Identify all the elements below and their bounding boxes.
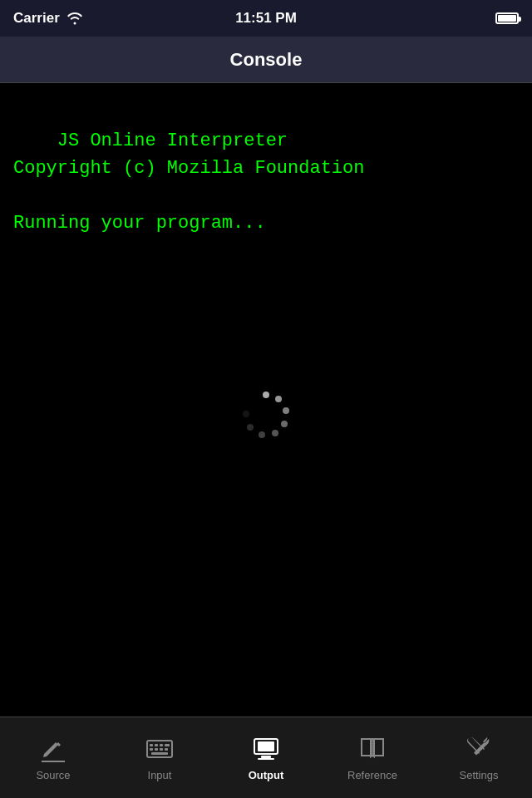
- svg-rect-15: [160, 748, 163, 751]
- svg-point-1: [275, 396, 282, 402]
- tab-reference-label: Reference: [347, 769, 397, 781]
- wifi-icon: [66, 12, 83, 25]
- tab-source[interactable]: Source: [0, 717, 106, 798]
- svg-rect-14: [155, 748, 158, 751]
- carrier-wifi: Carrier: [13, 10, 83, 27]
- battery-container: [495, 12, 519, 24]
- svg-rect-20: [261, 756, 271, 758]
- console-output: JS Online Interpreter Copyright (c) Mozi…: [13, 100, 519, 264]
- tab-output[interactable]: Output: [213, 717, 319, 798]
- svg-rect-16: [165, 748, 168, 751]
- battery-fill: [498, 15, 516, 22]
- console-line1: JS Online Interpreter: [57, 131, 288, 151]
- battery-icon: [495, 12, 519, 24]
- tab-input[interactable]: Input: [106, 717, 213, 798]
- status-bar: Carrier 11:51 PM: [0, 0, 532, 37]
- svg-rect-19: [258, 741, 274, 751]
- input-icon: [145, 734, 175, 764]
- svg-point-2: [283, 407, 289, 414]
- nav-title: Console: [230, 49, 303, 71]
- loading-spinner-container: [241, 390, 291, 440]
- svg-point-7: [243, 411, 249, 417]
- reference-icon: [357, 734, 387, 764]
- svg-point-5: [259, 431, 265, 438]
- svg-rect-13: [150, 748, 153, 751]
- console-area: JS Online Interpreter Copyright (c) Mozi…: [0, 83, 532, 717]
- nav-bar: Console: [0, 37, 532, 83]
- tab-source-label: Source: [36, 769, 70, 781]
- tab-output-label: Output: [249, 769, 284, 781]
- svg-rect-11: [160, 744, 163, 746]
- tab-input-label: Input: [148, 769, 172, 781]
- output-icon: [251, 734, 281, 764]
- svg-point-4: [272, 430, 278, 436]
- console-line2: Copyright (c) Mozilla Foundation: [13, 158, 364, 179]
- svg-point-0: [263, 392, 269, 398]
- tab-bar: Source Input Output: [0, 717, 532, 798]
- carrier-label: Carrier: [13, 10, 60, 27]
- tab-reference[interactable]: Reference: [319, 717, 426, 798]
- tab-settings[interactable]: Settings: [426, 717, 532, 798]
- status-time: 11:51 PM: [235, 10, 297, 27]
- svg-point-3: [281, 421, 288, 427]
- settings-icon: [464, 734, 494, 764]
- svg-rect-21: [258, 758, 274, 760]
- svg-rect-10: [155, 744, 158, 746]
- svg-rect-9: [150, 744, 153, 746]
- svg-rect-12: [165, 744, 170, 746]
- svg-rect-17: [151, 752, 168, 755]
- svg-point-6: [247, 424, 254, 431]
- loading-spinner: [241, 390, 291, 440]
- console-line4: Running your program...: [13, 213, 266, 234]
- tab-settings-label: Settings: [460, 769, 499, 781]
- source-icon: [38, 734, 68, 764]
